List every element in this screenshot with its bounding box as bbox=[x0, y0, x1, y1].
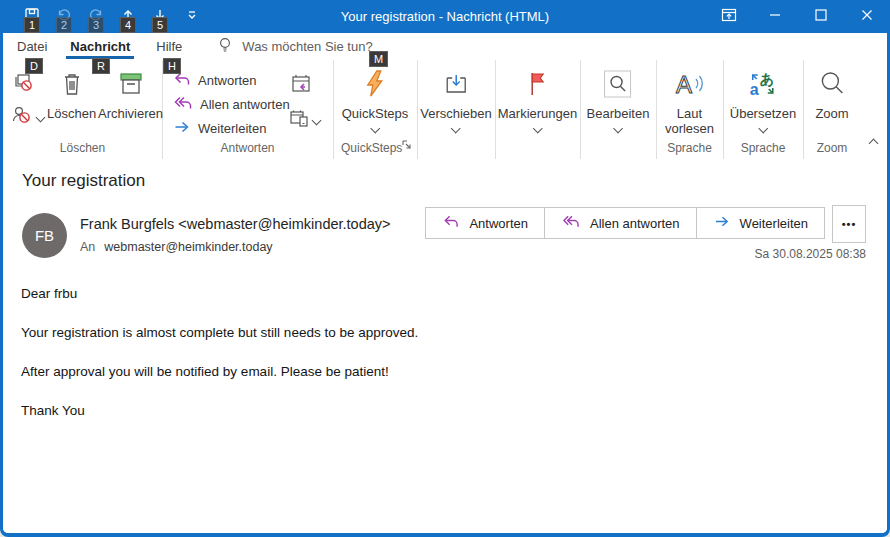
close-icon bbox=[858, 6, 876, 28]
next-item-button[interactable]: 5 bbox=[144, 0, 176, 33]
more-respond-actions-button[interactable] bbox=[288, 107, 320, 133]
move-button[interactable]: Verschieben bbox=[420, 66, 492, 132]
chevron-down-icon bbox=[312, 115, 322, 125]
group-label-sprache-1: Sprache bbox=[656, 141, 723, 155]
chevron-up-icon bbox=[869, 139, 879, 149]
outlook-message-window: 1 2 3 bbox=[0, 0, 890, 537]
ribbon-group-loeschen: Löschen Archivieren Löschen bbox=[3, 60, 163, 159]
svg-text:A: A bbox=[676, 71, 692, 98]
ribbon-group-zoom: Zoom Zoom bbox=[803, 60, 861, 159]
group-label-zoom: Zoom bbox=[803, 141, 861, 155]
message-date: Sa 30.08.2025 08:38 bbox=[755, 247, 866, 261]
ignore-button[interactable] bbox=[12, 71, 34, 97]
tab-datei[interactable]: Datei bbox=[14, 37, 50, 56]
maximize-icon bbox=[812, 6, 830, 28]
reply-button[interactable]: Antworten bbox=[173, 71, 257, 90]
keytip-1: 1 bbox=[24, 17, 40, 33]
chevron-down-icon bbox=[533, 124, 543, 134]
tell-me-search[interactable]: Was möchten Sie tun? bbox=[217, 36, 372, 57]
recipient-address[interactable]: webmaster@heimkinder.today bbox=[104, 240, 272, 254]
ribbon-group-uebersetzen: あ a Übersetzen Sprache bbox=[723, 60, 804, 159]
keytip-hilfe: H bbox=[163, 58, 181, 74]
keytip-4: 4 bbox=[120, 17, 136, 33]
svg-text:a: a bbox=[750, 81, 759, 98]
tags-button[interactable]: Markierungen bbox=[498, 66, 578, 132]
previous-item-button[interactable]: 4 bbox=[112, 0, 144, 33]
avatar[interactable]: FB bbox=[22, 213, 67, 258]
maximize-button[interactable] bbox=[798, 0, 844, 33]
move-to-folder-icon bbox=[442, 66, 470, 102]
read-aloud-icon: A bbox=[673, 66, 707, 102]
body-paragraph: After approval you will be notified by e… bbox=[21, 364, 847, 380]
forward-button[interactable]: Weiterleiten bbox=[173, 119, 266, 138]
delete-button[interactable]: Löschen bbox=[47, 66, 96, 121]
editing-button[interactable]: Bearbeiten bbox=[587, 66, 650, 132]
reply-all-icon bbox=[561, 214, 581, 232]
meeting-reply-button[interactable] bbox=[290, 73, 312, 99]
titlebar: 1 2 3 bbox=[0, 0, 890, 33]
move-label: Verschieben bbox=[420, 106, 492, 121]
forward-button-header[interactable]: Weiterleiten bbox=[696, 207, 825, 239]
window-content: D R H M Datei Nachricht Hilfe Was möchte… bbox=[3, 33, 887, 533]
keytip-datei: D bbox=[25, 58, 43, 74]
svg-text:あ: あ bbox=[760, 71, 774, 88]
lightning-icon bbox=[362, 66, 388, 102]
window-title: Your registration - Nachricht (HTML) bbox=[200, 0, 690, 33]
message-body: Dear frbu Your registration is almost co… bbox=[21, 286, 847, 442]
reply-button-header[interactable]: Antworten bbox=[425, 207, 545, 239]
keytip-search: M bbox=[369, 51, 388, 67]
sender-line[interactable]: Frank Burgfels <webmaster@heimkinder.tod… bbox=[80, 216, 391, 232]
avatar-initials: FB bbox=[35, 227, 54, 244]
quicksteps-button[interactable]: QuickSteps bbox=[342, 66, 408, 132]
tab-hilfe[interactable]: Hilfe bbox=[153, 37, 185, 56]
ribbon-display-options-button[interactable] bbox=[706, 0, 752, 33]
redo-button[interactable]: 3 bbox=[80, 0, 112, 33]
group-label-antworten: Antworten bbox=[162, 141, 333, 155]
magnifier-icon bbox=[817, 66, 847, 102]
lightbulb-icon bbox=[217, 36, 233, 57]
ignore-icon bbox=[12, 71, 34, 97]
keytip-3: 3 bbox=[88, 17, 104, 33]
translate-label: Übersetzen bbox=[730, 106, 796, 121]
reply-button-label: Antworten bbox=[469, 216, 528, 231]
quicksteps-dialog-launcher[interactable] bbox=[401, 136, 412, 154]
zoom-button[interactable]: Zoom bbox=[815, 66, 848, 121]
message-action-buttons: Antworten Allen antworten Weiterleiten bbox=[425, 207, 866, 243]
trash-icon bbox=[59, 66, 85, 102]
chevron-down-icon bbox=[451, 124, 461, 134]
reply-all-icon bbox=[173, 95, 193, 114]
editing-search-icon bbox=[603, 66, 633, 102]
undo-button[interactable]: 2 bbox=[48, 0, 80, 33]
reply-all-label: Allen antworten bbox=[200, 97, 290, 112]
message-subject: Your registration bbox=[22, 171, 145, 191]
ribbon-group-bearbeiten: Bearbeiten bbox=[580, 60, 657, 159]
junk-button[interactable] bbox=[10, 104, 44, 130]
minimize-button[interactable] bbox=[752, 0, 798, 33]
group-label-loeschen: Löschen bbox=[3, 141, 162, 155]
close-button[interactable] bbox=[844, 0, 890, 33]
to-label: An bbox=[80, 240, 95, 254]
reply-all-button[interactable]: Allen antworten bbox=[173, 95, 290, 114]
keytip-2: 2 bbox=[56, 17, 72, 33]
body-paragraph: Dear frbu bbox=[21, 286, 847, 302]
archive-icon bbox=[116, 66, 146, 102]
reply-label: Antworten bbox=[198, 73, 257, 88]
collapse-ribbon-button[interactable] bbox=[870, 133, 877, 151]
archive-button[interactable]: Archivieren bbox=[98, 66, 163, 121]
minimize-icon bbox=[766, 6, 784, 28]
editing-label: Bearbeiten bbox=[587, 106, 650, 121]
ribbon-display-options-icon bbox=[720, 6, 738, 28]
chevron-down-icon bbox=[370, 124, 380, 134]
tab-nachricht[interactable]: Nachricht bbox=[67, 37, 133, 56]
translate-button[interactable]: あ a Übersetzen bbox=[730, 66, 796, 132]
ribbon-tabs: Datei Nachricht Hilfe Was möchten Sie tu… bbox=[3, 33, 887, 60]
reply-all-button-header[interactable]: Allen antworten bbox=[544, 207, 697, 239]
read-aloud-button[interactable]: A Laut vorlesen bbox=[660, 66, 720, 136]
chevron-down-icon bbox=[184, 7, 200, 27]
chevron-down-icon bbox=[613, 124, 623, 134]
ribbon-group-markierungen: Markierungen bbox=[495, 60, 581, 159]
save-button[interactable]: 1 bbox=[16, 0, 48, 33]
reply-icon bbox=[442, 214, 460, 232]
reply-all-button-label: Allen antworten bbox=[590, 216, 680, 231]
more-actions-button[interactable]: ••• bbox=[832, 205, 866, 243]
